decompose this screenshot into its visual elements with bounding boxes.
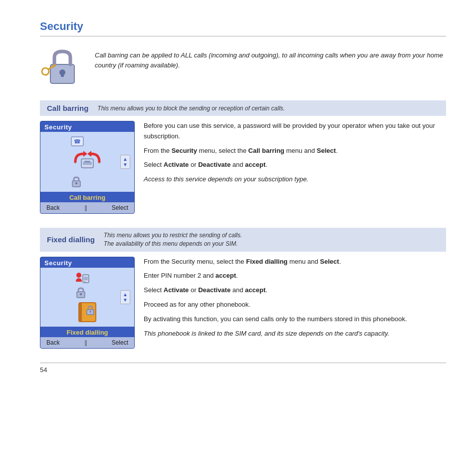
fixed-dialling-content: From the Security menu, select the Fixed… [144, 257, 446, 343]
intro-section: Call barring can be applied to ALL calls… [40, 45, 446, 89]
fd-content-p2: Enter PIN number 2 and accept. [144, 271, 446, 281]
svg-rect-18 [84, 277, 88, 280]
fd-icon-item-2 [75, 287, 87, 299]
svg-point-21 [80, 293, 82, 295]
call-barring-desc: This menu allows you to block the sendin… [97, 105, 285, 112]
svg-point-25 [90, 311, 91, 312]
fd-content-p6: This phonebook is linked to the SIM card… [144, 329, 446, 339]
fd-content-p4: Proceed as for any other phonebook. [144, 300, 446, 310]
cb-icon-row: ☎ [70, 136, 104, 188]
svg-point-3 [40, 66, 50, 76]
cb-softkey-back[interactable]: Back [46, 204, 60, 211]
cb-icon-item-3 [70, 176, 82, 188]
cb-phone-softkeys: Back ‖ Select [40, 202, 134, 213]
fd-softkey-divider: ‖ [84, 339, 87, 346]
page-title: Security [40, 20, 446, 36]
cb-content-p4: Access to this service depends on your s… [144, 174, 446, 185]
fd-phone-screen: ▲ ▼ [40, 268, 134, 327]
cb-softkey-divider: ‖ [84, 204, 87, 211]
padlock-icon [40, 45, 85, 89]
cb-content-p1: Before you can use this service, a passw… [144, 121, 446, 142]
call-barring-title: Call barring [47, 104, 88, 112]
fixed-dialling-header: Fixed dialling This menu allows you to r… [40, 228, 446, 252]
svg-point-16 [76, 273, 81, 278]
svg-point-19 [84, 281, 85, 282]
call-barring-phone: Security ☎ [40, 121, 135, 214]
intro-text: Call barring can be applied to ALL calls… [95, 45, 446, 70]
fixed-dialling-section: Fixed dialling This menu allows you to r… [40, 228, 446, 349]
fd-icon-item-1 [75, 272, 90, 285]
cb-icon-item-1: ☎ [70, 136, 84, 148]
fd-phone-title: Security [40, 257, 134, 268]
fixed-dialling-title: Fixed dialling [47, 235, 95, 244]
fd-phone-label: Fixed dialling [40, 327, 134, 337]
svg-rect-23 [79, 303, 82, 322]
call-barring-content: Before you can use this service, a passw… [144, 121, 446, 189]
call-barring-header: Call barring This menu allows you to blo… [40, 100, 446, 116]
cb-phone-label: Call barring [40, 192, 134, 202]
fixed-dialling-body: Security [40, 257, 446, 349]
cb-phone-title: Security [40, 121, 134, 132]
fd-icon-row [75, 272, 100, 323]
fixed-dialling-phone: Security [40, 257, 135, 349]
svg-marker-9 [83, 151, 87, 157]
svg-text:☎: ☎ [74, 138, 81, 144]
svg-point-15 [75, 182, 77, 184]
fd-softkey-select[interactable]: Select [112, 339, 128, 346]
svg-rect-13 [84, 161, 90, 162]
cb-content-p2: From the Security menu, select the Call … [144, 146, 446, 156]
fd-icon-item-3 [75, 301, 100, 323]
call-barring-body: Security ☎ [40, 121, 446, 214]
fd-softkey-back[interactable]: Back [46, 339, 60, 346]
call-barring-section: Call barring This menu allows you to blo… [40, 100, 446, 214]
fd-scroll-arrows: ▲ ▼ [120, 290, 130, 304]
fd-content-p1: From the Security menu, select the Fixed… [144, 257, 446, 267]
svg-rect-2 [61, 72, 64, 77]
cb-scroll-arrows: ▲ ▼ [120, 155, 130, 169]
fd-phone-softkeys: Back ‖ Select [40, 337, 134, 348]
cb-softkey-select[interactable]: Select [112, 204, 128, 211]
page-number: 54 [40, 363, 446, 374]
svg-marker-10 [87, 151, 91, 157]
cb-content-p3: Select Activate or Deactivate and accept… [144, 160, 446, 170]
cb-phone-screen: ☎ [40, 132, 134, 192]
fd-content-p3: Select Activate or Deactivate and accept… [144, 285, 446, 296]
fd-content-p5: By activating this function, you can sen… [144, 314, 446, 325]
cb-icon-item-2 [70, 150, 104, 174]
fixed-dialling-desc: This menu allows you to restrict the sen… [104, 231, 242, 248]
